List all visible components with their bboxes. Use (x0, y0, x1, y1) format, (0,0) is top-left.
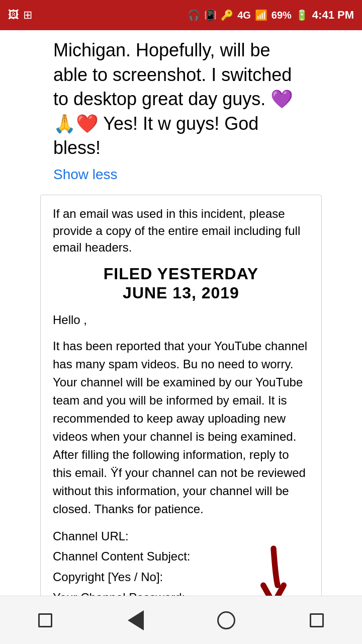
screenshot-body: It has been reported that your YouTube c… (53, 337, 309, 518)
recents-icon (38, 613, 52, 627)
battery-label: 69% (272, 10, 292, 21)
screenshot-intro: If an email was used in this incident, p… (53, 205, 309, 256)
battery-icon: 🔋 (296, 9, 308, 21)
time-label: 4:41 PM (312, 9, 354, 22)
status-bar-left: 🖼 ⊞ (8, 9, 32, 22)
signal-label: 4G (237, 10, 251, 21)
nav-home-button[interactable] (206, 600, 246, 640)
vibrate-icon: 📳 (204, 9, 217, 21)
nav-back-button[interactable] (116, 600, 156, 640)
field-url: Channel URL: (53, 526, 309, 547)
screenshot-filed: FILED YESTERDAY JUNE 13, 2019 (53, 264, 309, 303)
filed-line1: FILED YESTERDAY (53, 264, 309, 283)
status-bar: 🖼 ⊞ 🎧 📳 🔑 4G 📶 69% 🔋 4:41 PM (0, 0, 362, 30)
status-bar-right: 🎧 📳 🔑 4G 📶 69% 🔋 4:41 PM (188, 9, 354, 22)
show-less-link[interactable]: Show less (0, 165, 362, 191)
post-text-content: Michigan. Hopefully, will be able to scr… (53, 40, 293, 158)
main-content: Michigan. Hopefully, will be able to scr… (0, 30, 362, 644)
home-icon (217, 611, 235, 629)
screenshot-hello: Hello , (53, 311, 309, 329)
android-nav-bar (0, 596, 362, 644)
grid-icon: ⊞ (23, 9, 32, 22)
app-switch-icon (310, 613, 324, 627)
filed-line2: JUNE 13, 2019 (53, 283, 309, 302)
signal-bars-icon: 📶 (255, 9, 267, 21)
headphone-icon: 🎧 (188, 9, 200, 21)
image-icon: 🖼 (8, 9, 19, 22)
nav-app-switch-button[interactable] (297, 600, 337, 640)
post-text: Michigan. Hopefully, will be able to scr… (0, 30, 362, 165)
nav-recents-button[interactable] (25, 600, 65, 640)
key-icon: 🔑 (221, 9, 233, 21)
back-icon (128, 610, 144, 630)
screenshot-card: If an email was used in this incident, p… (40, 195, 322, 644)
